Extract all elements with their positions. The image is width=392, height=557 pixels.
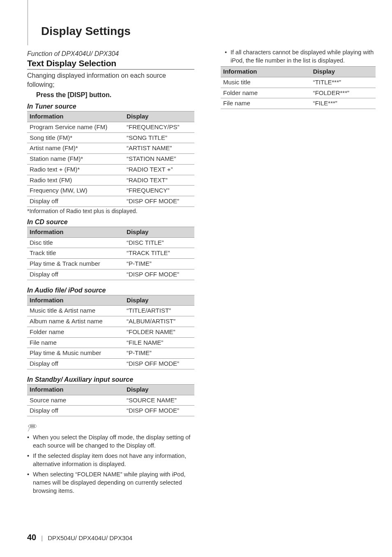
cell: Program Service name (FM) — [27, 122, 124, 132]
col-header: Information — [221, 67, 311, 77]
table-row: Source name“SOURCE NAME” — [27, 395, 194, 406]
cell: “DISP OFF MODE” — [124, 269, 194, 280]
cell: “DISP OFF MODE” — [124, 196, 194, 207]
table-row: Album name & Artist name“ALBUM/ARTIST” — [27, 316, 194, 327]
col-header: Display — [124, 111, 194, 122]
cd-table: Information Display Disc title“DISC TITL… — [27, 227, 194, 280]
function-of-label: Function of DPX404U/ DPX304 — [27, 50, 194, 58]
table-row: Artist name (FM)*“ARTIST NAME” — [27, 143, 194, 154]
table-row: Display off“DISP OFF MODE” — [27, 359, 194, 369]
page-footer: 40 | DPX504U/ DPX404U/ DPX304 — [27, 533, 132, 542]
col-header: Information — [27, 384, 124, 395]
footer-models: DPX504U/ DPX404U/ DPX304 — [48, 534, 132, 541]
cell: “DISP OFF MODE” — [124, 406, 194, 416]
tuner-footnote: *Information of Radio text plus is displ… — [27, 208, 194, 214]
cell: Song title (FM)* — [27, 132, 124, 143]
cell: Music title — [221, 77, 311, 88]
cell: Artist name (FM)* — [27, 143, 124, 154]
cell: “TITLE/ARTIST” — [124, 306, 194, 316]
page-title: Display Settings — [41, 25, 131, 38]
cell: “STATION NAME” — [124, 154, 194, 165]
cell: Disc title — [27, 237, 124, 248]
cell: Track title — [27, 248, 124, 259]
cell: Play time & Music number — [27, 348, 124, 359]
cell: “TITLE***” — [311, 77, 376, 88]
cell: “FOLDER***” — [311, 88, 376, 98]
cell: Display off — [27, 196, 124, 207]
col-header: Display — [124, 295, 194, 306]
cell: Display off — [27, 406, 124, 416]
table-row: Folder name“FOLDER***” — [221, 88, 376, 98]
cell: “RADIO TEXT” — [124, 175, 194, 186]
table-row: Disc title“DISC TITLE” — [27, 237, 194, 248]
col-header: Display — [124, 384, 194, 395]
tuner-table: Information Display Program Service name… — [27, 111, 194, 207]
note-item: If the selected display item does not ha… — [27, 452, 194, 468]
table-row: Play time & Music number“P-TIME” — [27, 348, 194, 359]
col-header: Display — [124, 227, 194, 237]
cell: Music title & Artist name — [27, 306, 124, 316]
right-note-item: If all characters cannot be displayed wh… — [225, 49, 376, 65]
cell: “FREQUENCY” — [124, 186, 194, 196]
cell: “RADIO TEXT +” — [124, 164, 194, 175]
section-heading: Text Display Selection — [27, 58, 194, 70]
cell: “SONG TITLE” — [124, 132, 194, 143]
vertical-rule — [28, 0, 28, 45]
cell: “SOURCE NAME” — [124, 395, 194, 406]
cell: File name — [221, 98, 311, 109]
cell: “ALBUM/ARTIST” — [124, 316, 194, 327]
table-row: Folder name“FOLDER NAME” — [27, 327, 194, 337]
cell: “DISP OFF MODE” — [124, 359, 194, 369]
cell: “FILE***” — [311, 98, 376, 109]
tuner-heading: In Tuner source — [27, 103, 194, 110]
notes-icon — [27, 422, 194, 432]
cell: Radio text + (FM)* — [27, 164, 124, 175]
audio-heading: In Audio file/ iPod source — [27, 287, 194, 294]
table-row: Music title & Artist name“TITLE/ARTIST” — [27, 306, 194, 316]
table-row: Display off“DISP OFF MODE” — [27, 406, 194, 416]
footer-separator: | — [39, 534, 44, 541]
table-row: Music title“TITLE***” — [221, 77, 376, 88]
cell: Folder name — [27, 327, 124, 337]
table-row: Play time & Track number“P-TIME” — [27, 259, 194, 269]
cd-heading: In CD source — [27, 218, 194, 226]
cell: “P-TIME” — [124, 348, 194, 359]
cell: “ARTIST NAME” — [124, 143, 194, 154]
cell: “DISC TITLE” — [124, 237, 194, 248]
cell: Folder name — [221, 88, 311, 98]
table-row: Program Service name (FM)“FREQUENCY/PS” — [27, 122, 194, 132]
right-note-list: If all characters cannot be displayed wh… — [208, 49, 376, 65]
intro-text: Changing displayed information on each s… — [27, 71, 194, 89]
page-number: 40 — [27, 533, 36, 542]
content-columns: Function of DPX404U/ DPX304 Text Display… — [27, 49, 376, 497]
col-header: Information — [27, 111, 124, 122]
cell: “TRACK TITLE” — [124, 248, 194, 259]
note-item: When selecting “FOLDER NAME” while playi… — [27, 471, 194, 495]
press-instruction: Press the [DISP] button. — [36, 91, 194, 99]
col-header: Display — [311, 67, 376, 77]
cell: “FOLDER NAME” — [124, 327, 194, 337]
table-row: Radio text (FM)“RADIO TEXT” — [27, 175, 194, 186]
cell: Album name & Artist name — [27, 316, 124, 327]
cell: Display off — [27, 269, 124, 280]
table-row: File name“FILE***” — [221, 98, 376, 109]
table-row: File name“FILE NAME” — [27, 337, 194, 348]
note-item: When you select the Display off mode, th… — [27, 434, 194, 450]
notes-list: When you select the Display off mode, th… — [27, 434, 194, 495]
table-row: Display off“DISP OFF MODE” — [27, 269, 194, 280]
standby-table: Information Display Source name“SOURCE N… — [27, 384, 194, 416]
cell: Play time & Track number — [27, 259, 124, 269]
col-header: Information — [27, 295, 124, 306]
audio-table: Information Display Music title & Artist… — [27, 295, 194, 369]
table-row: Display off“DISP OFF MODE” — [27, 196, 194, 207]
cell: Source name — [27, 395, 124, 406]
cell: File name — [27, 337, 124, 348]
standby-heading: In Standby/ Auxiliary input source — [27, 376, 194, 383]
cell: “FILE NAME” — [124, 337, 194, 348]
cell: Display off — [27, 359, 124, 369]
table-row: Radio text + (FM)*“RADIO TEXT +” — [27, 164, 194, 175]
left-column: Function of DPX404U/ DPX304 Text Display… — [27, 49, 194, 497]
table-row: Frequency (MW, LW)“FREQUENCY” — [27, 186, 194, 196]
cell: Station name (FM)* — [27, 154, 124, 165]
cell: Radio text (FM) — [27, 175, 124, 186]
